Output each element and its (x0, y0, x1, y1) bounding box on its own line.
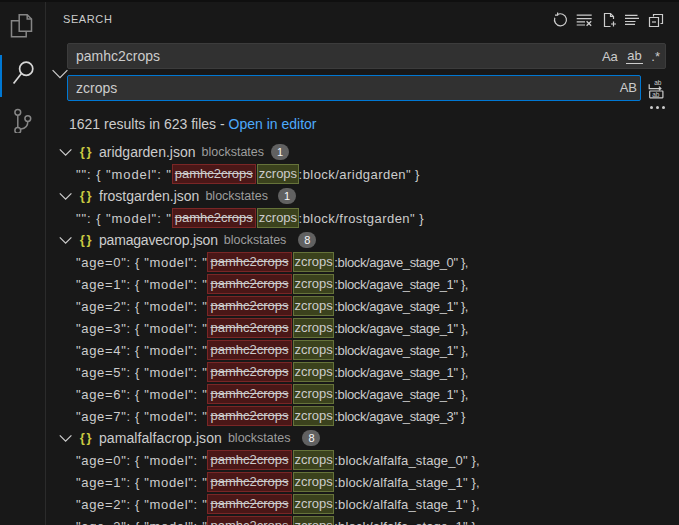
svg-text:ab: ab (654, 79, 662, 86)
svg-text:ab: ab (652, 91, 660, 98)
